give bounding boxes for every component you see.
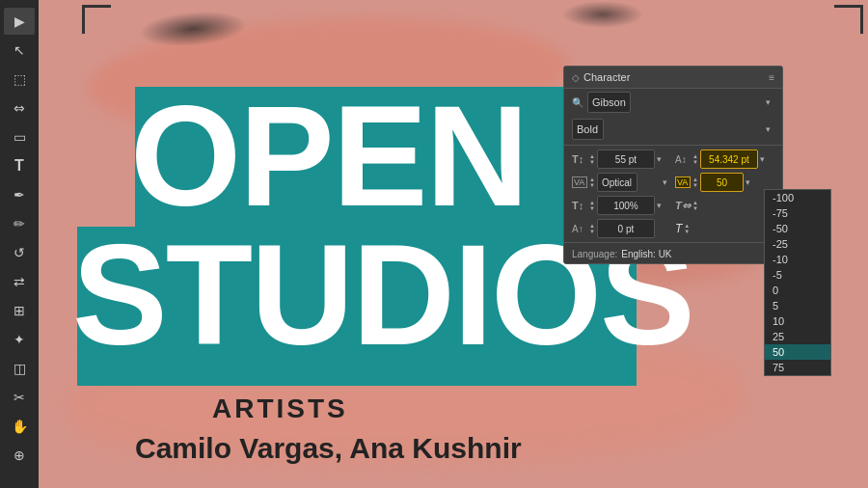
baseline-spinners[interactable]: ▲ ▼ [589,223,595,234]
vscale-spinners[interactable]: ▲ ▼ [589,200,595,211]
font-size-spinners[interactable]: ▲ ▼ [589,153,595,165]
kerning-select[interactable]: Optical Auto 0 [597,173,637,192]
hscale-spinners[interactable]: ▲ ▼ [692,200,698,211]
divider-2 [564,242,782,243]
baseline-group: A↑ ▲ ▼ [572,219,671,238]
font-family-wrapper: Gibson [587,92,774,113]
horiz-scale-icon: T⇔ [675,200,691,212]
type-tool[interactable]: T [4,152,35,179]
language-row: Language: English: UK [564,245,782,263]
italic-spinners[interactable]: ▲ ▼ [684,223,690,234]
horiz-scale-group: T⇔ ▲ ▼ [675,200,774,212]
text-names[interactable]: Camilo Vargas, Ana Kushnir [135,432,522,465]
font-size-down[interactable]: ▼ [589,159,595,165]
italic-down[interactable]: ▼ [684,229,690,234]
tracking-option--5[interactable]: -5 [765,267,830,283]
tracking-option--10[interactable]: -10 [765,252,830,267]
italic-group: T ▲ ▼ [675,222,774,235]
baseline-icon: A↑ [572,224,587,234]
reflect-tool[interactable]: ⇄ [4,268,35,295]
font-style-select[interactable]: Bold [572,119,604,140]
tracking-down[interactable]: ▼ [692,182,698,188]
scale-row: T↕ ▲ ▼ ▾ T⇔ ▲ ▼ [564,194,782,217]
font-family-row: 🔍 Gibson [564,89,782,116]
leading-group: A↕ ▲ ▼ ▾ [675,149,774,169]
size-leading-row: T↕ ▲ ▼ ▾ A↕ ▲ ▼ ▾ [564,148,782,171]
tracking-option--50[interactable]: -50 [765,221,830,236]
pen-tool[interactable]: ✒ [4,181,35,208]
search-icon: 🔍 [572,97,583,108]
transform-tool[interactable]: ⇔ [4,95,35,122]
italic-icon: T [675,222,682,235]
corner-bracket-tl [82,5,111,34]
tracking-option-5[interactable]: 5 [765,298,830,313]
vertical-scale-input[interactable] [597,196,655,215]
baseline-down[interactable]: ▼ [589,229,595,234]
character-panel: ◇ Character ≡ 🔍 Gibson Bold T↕ ▲ ▼ [563,66,783,264]
language-value[interactable]: English: UK [621,249,671,259]
tracking-dropdown[interactable]: ▾ [746,177,750,187]
panel-menu-icon[interactable]: ≡ [769,72,774,83]
panel-title-text: Character [583,71,630,83]
artboard-tool[interactable]: ⬚ [4,66,35,93]
hand-tool[interactable]: ✋ [4,413,35,440]
font-size-dropdown[interactable]: ▾ [657,154,662,164]
vertical-scale-group: T↕ ▲ ▼ ▾ [572,196,671,215]
kerning-group: VA ▲ ▼ Optical Auto 0 [572,173,671,192]
toolbar: ▶ ↖ ⬚ ⇔ ▭ T ✒ ✏ ↺ ⇄ ⊞ ✦ ◫ ✂ ✋ ⊕ [0,0,39,488]
leading-spinners[interactable]: ▲ ▼ [692,153,698,165]
shape-tool[interactable]: ▭ [4,123,35,150]
corner-bracket-tr [834,5,863,34]
leading-input[interactable] [700,149,758,169]
kern-tracking-row: VA ▲ ▼ Optical Auto 0 VA ▲ ▼ ▾ [564,171,782,194]
text-artists[interactable]: ARTISTS [212,393,348,424]
baseline-row: A↑ ▲ ▼ T ▲ ▼ [564,217,782,240]
rotate-tool[interactable]: ↺ [4,239,35,266]
tracking-option-0[interactable]: 0 [765,283,830,298]
text-open[interactable]: OPEN [130,85,527,228]
zoom-tool[interactable]: ⊕ [4,442,35,469]
kerning-wrapper: Optical Auto 0 [597,173,671,192]
panel-header: ◇ Character ≡ [564,67,782,89]
tracking-icon: VA [675,176,691,188]
tracking-option-25[interactable]: 25 [765,329,830,344]
selection-tool[interactable]: ▶ [4,8,35,35]
language-label: Language: [572,249,617,259]
baseline-input[interactable] [597,219,655,238]
kerning-spinners[interactable]: ▲ ▼ [589,176,595,188]
font-size-input[interactable] [597,149,655,169]
direct-selection-tool[interactable]: ↖ [4,37,35,64]
tracking-group: VA ▲ ▼ ▾ [675,173,774,192]
tracking-option--25[interactable]: -25 [765,236,830,252]
tracking-option-10[interactable]: 10 [765,313,830,329]
font-size-group: T↕ ▲ ▼ ▾ [572,149,671,169]
tracking-spinners[interactable]: ▲ ▼ [692,176,698,188]
tracking-input[interactable] [700,173,744,192]
leading-dropdown[interactable]: ▾ [760,154,765,164]
kerning-icon: VA [572,176,587,188]
panel-title-icon: ◇ [572,72,580,83]
eyedropper-tool[interactable]: ✦ [4,326,35,353]
kerning-down[interactable]: ▼ [589,182,595,188]
scissors-tool[interactable]: ✂ [4,384,35,411]
vscale-down[interactable]: ▼ [589,205,595,211]
tracking-option-50[interactable]: 50 [765,344,830,360]
font-style-wrapper: Bold [572,119,774,140]
leading-icon: A↕ [675,154,691,165]
tracking-option--75[interactable]: -75 [765,205,830,221]
vertical-scale-icon: T↕ [572,200,587,211]
gradient-tool[interactable]: ◫ [4,355,35,382]
tracking-option--100[interactable]: -100 [765,190,830,205]
font-family-select[interactable]: Gibson [587,92,631,113]
leading-down[interactable]: ▼ [692,159,698,165]
tracking-dropdown-menu: -100 -75 -50 -25 -10 -5 0 5 10 25 50 75 [764,189,831,376]
splatter-decoration-2 [530,0,675,39]
vscale-dropdown[interactable]: ▾ [657,201,662,210]
font-style-row: Bold [564,116,782,143]
tracking-option-75[interactable]: 75 [765,360,830,375]
hscale-down[interactable]: ▼ [692,205,698,211]
font-size-icon: T↕ [572,153,587,165]
brush-tool[interactable]: ✏ [4,210,35,237]
panel-title: ◇ Character [572,71,630,83]
envelope-tool[interactable]: ⊞ [4,297,35,324]
